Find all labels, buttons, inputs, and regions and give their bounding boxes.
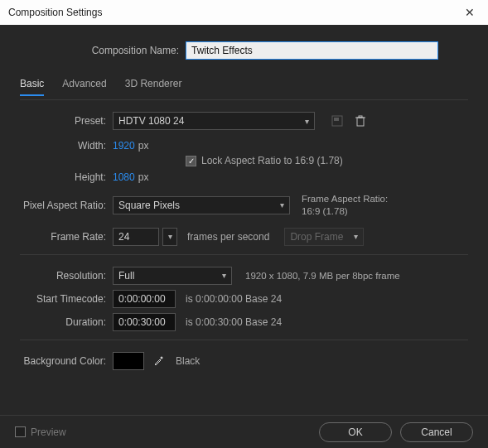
frame-rate-stepper[interactable]: ▾ [162, 228, 177, 246]
tab-advanced[interactable]: Advanced [62, 75, 106, 96]
bg-color-swatch[interactable] [113, 352, 144, 370]
chevron-down-icon: ▾ [354, 232, 358, 241]
width-unit: px [138, 140, 149, 152]
titlebar: Composition Settings ✕ [0, 0, 488, 25]
tabs: Basic Advanced 3D Renderer [20, 75, 468, 96]
start-timecode-label: Start Timecode: [20, 293, 113, 305]
height-input[interactable]: 1080 [113, 171, 135, 183]
ok-button[interactable]: OK [319, 422, 392, 442]
width-row: Width: 1920 px [20, 140, 468, 152]
resolution-row: Resolution: Full ▾ 1920 x 1080, 7.9 MB p… [20, 267, 468, 285]
svg-point-5 [161, 356, 163, 359]
resolution-info: 1920 x 1080, 7.9 MB per 8bpc frame [245, 271, 400, 281]
width-label: Width: [20, 140, 113, 152]
par-value: Square Pixels [118, 200, 180, 211]
bg-color-name: Black [176, 355, 200, 367]
cancel-button[interactable]: Cancel [400, 422, 473, 442]
preset-label: Preset: [20, 115, 113, 127]
start-timecode-row: Start Timecode: 0:00:00:00 is 0:00:00:00… [20, 290, 468, 308]
divider [20, 340, 468, 340]
height-label: Height: [20, 171, 113, 183]
divider [20, 254, 468, 255]
lock-aspect-row: Lock Aspect Ratio to 16:9 (1.78) [186, 155, 468, 166]
width-input[interactable]: 1920 [113, 140, 135, 152]
resolution-value: Full [118, 270, 134, 282]
svg-rect-2 [357, 118, 364, 126]
par-row: Pixel Aspect Ratio: Square Pixels ▾ Fram… [20, 193, 468, 218]
frame-aspect-label: Frame Aspect Ratio: [302, 193, 388, 205]
footer-buttons: OK Cancel [319, 422, 473, 442]
resolution-label: Resolution: [20, 270, 113, 282]
window-title: Composition Settings [8, 7, 102, 18]
par-select[interactable]: Square Pixels ▾ [113, 196, 290, 214]
frame-rate-label: Frame Rate: [20, 231, 113, 243]
footer: Preview OK Cancel [0, 415, 488, 448]
frame-aspect-info: Frame Aspect Ratio: 16:9 (1.78) [302, 193, 388, 218]
bg-color-row: Background Color: Black [20, 352, 468, 370]
height-row: Height: 1080 px [20, 171, 468, 183]
svg-rect-1 [334, 118, 339, 121]
tab-divider [20, 99, 468, 100]
trash-icon[interactable] [351, 112, 370, 130]
drop-frame-value: Drop Frame [290, 231, 343, 243]
eyedropper-icon[interactable] [149, 352, 167, 370]
chevron-down-icon: ▾ [305, 117, 309, 126]
tab-3d-renderer[interactable]: 3D Renderer [125, 75, 182, 96]
lock-aspect-label: Lock Aspect Ratio to 16:9 (1.78) [201, 155, 343, 166]
duration-info: is 0:00:30:00 Base 24 [186, 316, 282, 328]
dialog-body: Composition Name: Basic Advanced 3D Rend… [0, 25, 488, 414]
frame-rate-input[interactable]: 24 [113, 228, 159, 246]
par-label: Pixel Aspect Ratio: [20, 200, 113, 211]
save-preset-icon [328, 112, 346, 130]
chevron-down-icon: ▾ [222, 271, 226, 280]
chevron-down-icon: ▾ [168, 232, 172, 241]
preview-checkbox [15, 426, 26, 437]
preview-toggle: Preview [15, 426, 66, 438]
duration-label: Duration: [20, 316, 113, 328]
chevron-down-icon: ▾ [280, 200, 284, 210]
start-timecode-info: is 0:00:00:00 Base 24 [186, 293, 282, 305]
duration-row: Duration: 0:00:30:00 is 0:00:30:00 Base … [20, 313, 468, 331]
tab-basic[interactable]: Basic [20, 75, 44, 96]
comp-name-row: Composition Name: [20, 41, 468, 60]
frame-aspect-value: 16:9 (1.78) [302, 205, 388, 218]
lock-aspect-checkbox[interactable] [186, 156, 196, 166]
preset-row: Preset: HDTV 1080 24 ▾ [20, 112, 468, 130]
form-area: Preset: HDTV 1080 24 ▾ Width: 1920 px Lo… [20, 112, 468, 370]
frame-rate-unit: frames per second [187, 231, 269, 243]
bg-color-label: Background Color: [20, 355, 113, 367]
close-icon[interactable]: ✕ [460, 4, 480, 21]
comp-name-input[interactable] [186, 41, 438, 60]
drop-frame-select: Drop Frame ▾ [284, 228, 364, 246]
preset-select[interactable]: HDTV 1080 24 ▾ [113, 112, 315, 130]
duration-input[interactable]: 0:00:30:00 [113, 313, 176, 331]
comp-name-label: Composition Name: [20, 45, 186, 56]
preview-label: Preview [31, 426, 66, 438]
resolution-select[interactable]: Full ▾ [113, 267, 232, 285]
svg-rect-4 [359, 116, 362, 118]
frame-rate-row: Frame Rate: 24 ▾ frames per second Drop … [20, 228, 468, 246]
start-timecode-input[interactable]: 0:00:00:00 [113, 290, 176, 308]
height-unit: px [138, 171, 149, 183]
preset-value: HDTV 1080 24 [118, 115, 184, 127]
